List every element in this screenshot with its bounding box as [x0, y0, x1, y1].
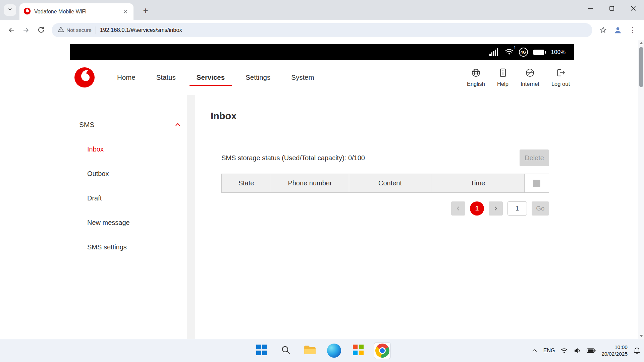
sms-table-header: State Phone number Content Time: [221, 174, 549, 193]
go-button[interactable]: Go: [532, 201, 549, 216]
language-label: English: [467, 81, 485, 87]
scrollbar-thumb[interactable]: [639, 47, 643, 87]
forward-button[interactable]: [19, 23, 33, 37]
nav-home[interactable]: Home: [107, 60, 146, 95]
browser-tabstrip: Vodafone Mobile WiFi +: [0, 0, 644, 20]
page-number-input[interactable]: [507, 201, 527, 216]
storage-status-row: SMS storage status (Used/Total capacity)…: [221, 149, 549, 166]
internet-button[interactable]: Internet: [521, 68, 539, 87]
sidebar-group-title: SMS: [79, 121, 95, 129]
tray-chevron-up-icon[interactable]: [532, 348, 538, 353]
window-controls: [580, 0, 644, 17]
chrome-button[interactable]: [374, 343, 390, 359]
inbox-content: SMS storage status (Used/Total capacity)…: [221, 149, 549, 216]
inbox-panel: Inbox SMS storage status (Used/Total cap…: [195, 95, 574, 339]
nav-system[interactable]: System: [281, 60, 324, 95]
tray-wifi-icon[interactable]: [560, 348, 568, 354]
chevron-down-icon: [7, 7, 13, 13]
taskbar-tray: ENG 10:00 20/02/2025: [532, 339, 641, 362]
microsoft-store-icon: [353, 345, 364, 357]
sidebar-item-outbox[interactable]: Outbox: [79, 170, 181, 178]
maximize-button[interactable]: [601, 0, 623, 17]
current-page-indicator[interactable]: 1: [470, 201, 484, 216]
internet-globe-icon: [525, 68, 535, 79]
bookmark-star-icon[interactable]: [596, 23, 610, 37]
address-bar[interactable]: Not secure 192.168.0.1/#/services/sms/in…: [52, 23, 592, 37]
signal-strength-icon: [489, 48, 498, 56]
start-button[interactable]: [254, 343, 270, 359]
scroll-up-arrow[interactable]: [640, 42, 643, 44]
folder-icon: [304, 345, 316, 357]
sidebar-group-sms[interactable]: SMS: [79, 121, 181, 129]
help-button[interactable]: Help: [497, 68, 508, 87]
language-button[interactable]: English: [467, 68, 485, 87]
pagination: 1 Go: [221, 201, 549, 216]
tray-volume-icon[interactable]: [574, 347, 581, 354]
select-all-checkbox[interactable]: [533, 180, 540, 187]
security-label: Not secure: [66, 27, 92, 33]
wifi-clients-icon: 1: [505, 48, 514, 56]
storage-status-text: SMS storage status (Used/Total capacity)…: [221, 154, 365, 162]
help-document-icon: [498, 68, 508, 79]
nav-settings[interactable]: Settings: [235, 60, 281, 95]
windows-taskbar: ENG 10:00 20/02/2025: [0, 339, 644, 362]
vodafone-logo: [74, 67, 95, 88]
taskbar-clock[interactable]: 10:00 20/02/2025: [601, 344, 628, 357]
header-utilities: English Help Internet: [467, 68, 570, 87]
chrome-icon: [375, 344, 389, 358]
profile-avatar[interactable]: [611, 23, 625, 37]
router-app: 1 4G 100% Home Status Services Settings: [70, 44, 574, 339]
chip-divider: [96, 26, 96, 34]
new-tab-button[interactable]: +: [140, 5, 151, 16]
chevron-up-icon[interactable]: [175, 122, 181, 128]
column-header-content: Content: [349, 174, 431, 193]
search-icon: [281, 345, 290, 356]
app-body: SMS Inbox Outbox Draft New message SMS s…: [70, 95, 574, 339]
edge-button[interactable]: [326, 343, 342, 359]
browser-tab[interactable]: Vodafone Mobile WiFi: [19, 3, 133, 20]
tab-close-icon[interactable]: [121, 8, 129, 16]
nav-services[interactable]: Services: [186, 60, 235, 95]
reload-button[interactable]: [34, 23, 48, 37]
notification-bell-icon[interactable]: [633, 347, 641, 354]
site-security-chip[interactable]: Not secure: [58, 26, 92, 34]
sidebar-item-draft[interactable]: Draft: [79, 194, 181, 202]
windows-logo-icon: [256, 345, 267, 357]
language-indicator[interactable]: ENG: [543, 348, 555, 354]
help-label: Help: [497, 81, 508, 87]
globe-icon: [471, 68, 481, 79]
next-page-button[interactable]: [489, 201, 503, 216]
browser-menu-button[interactable]: ⋮: [626, 23, 639, 37]
nav-status[interactable]: Status: [146, 60, 186, 95]
file-explorer-button[interactable]: [302, 343, 318, 359]
battery-icon: [533, 50, 546, 55]
internet-label: Internet: [521, 81, 539, 87]
sidebar-item-new-message[interactable]: New message: [79, 219, 181, 227]
back-button[interactable]: [5, 23, 18, 37]
vodafone-favicon: [23, 7, 31, 16]
previous-page-button[interactable]: [451, 201, 465, 216]
tab-search-button[interactable]: [4, 4, 16, 16]
page-scrollbar[interactable]: [638, 40, 644, 339]
edge-icon: [327, 344, 341, 358]
tray-battery-icon[interactable]: [587, 348, 596, 353]
microsoft-store-button[interactable]: [350, 343, 366, 359]
taskbar-center: [254, 339, 390, 362]
taskbar-time: 10:00: [601, 344, 628, 351]
minimize-button[interactable]: [580, 0, 601, 17]
wifi-client-count: 1: [514, 45, 516, 50]
sidebar-item-inbox[interactable]: Inbox: [79, 145, 181, 153]
scroll-down-arrow[interactable]: [640, 335, 643, 337]
taskbar-search-button[interactable]: [278, 343, 294, 359]
close-button[interactable]: [623, 0, 644, 17]
page-viewport: 1 4G 100% Home Status Services Settings: [0, 40, 644, 339]
screen: Vodafone Mobile WiFi +: [0, 0, 644, 362]
url-text[interactable]: 192.168.0.1/#/services/sms/inbox: [100, 27, 182, 33]
sidebar-item-sms-settings[interactable]: SMS settings: [79, 243, 181, 251]
device-status-bar: 1 4G 100%: [70, 44, 574, 60]
column-header-phone-number: Phone number: [271, 174, 349, 193]
delete-button[interactable]: Delete: [520, 149, 549, 166]
column-header-select: [525, 174, 549, 193]
logout-label: Log out: [551, 81, 570, 87]
logout-button[interactable]: Log out: [551, 68, 570, 87]
